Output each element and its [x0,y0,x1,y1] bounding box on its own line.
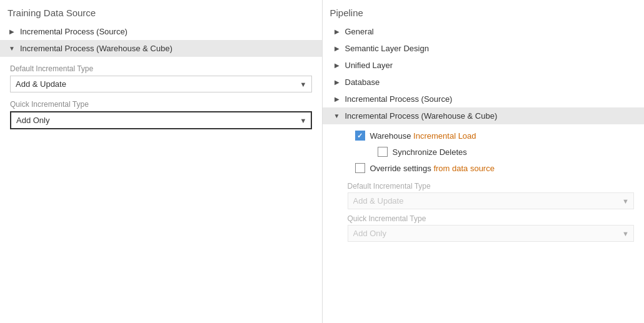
checkbox-item-sync-deletes[interactable]: Synchronize Deletes [368,144,645,159]
arrow-incremental-warehouse [8,44,16,53]
tree-item-label-incremental-warehouse: Incremental Process (Warehouse & Cube) [20,44,173,53]
default-type-select[interactable]: Add & Update Add Only Update Only None [10,76,312,92]
orange-incremental-load: Incremental Load [413,131,476,141]
pipeline-default-type-wrapper: Add & Update Add Only ▼ [348,192,635,209]
pipeline-label-unified-layer: Unified Layer [345,61,393,70]
default-type-wrapper: Add & Update Add Only Update Only None ▼ [10,76,312,92]
pipeline-form-section: Default Incremental Type Add & Update Ad… [323,176,645,249]
orange-from-data-source: from data source [433,164,495,173]
pipeline-label-general: General [345,27,374,36]
default-type-label: Default Incremental Type [10,64,312,73]
quick-type-label: Quick Incremental Type [10,100,312,109]
pipeline-quick-type-select[interactable]: Add Only Add & Update [348,225,635,242]
checkbox-item-override[interactable]: Override settings from data source [345,161,645,176]
checkbox-sync-deletes[interactable] [378,147,388,157]
left-panel: Training Data Source Incremental Process… [0,0,323,323]
pipeline-item-database[interactable]: Database [323,74,645,91]
checkbox-label-override: Override settings from data source [370,164,495,173]
left-form-section: Default Incremental Type Add & Update Ad… [0,57,322,144]
quick-type-select[interactable]: Add Only Add & Update Update Only None [10,111,312,129]
pipeline-item-inc-source[interactable]: Incremental Process (Source) [323,91,645,107]
pipeline-item-inc-warehouse[interactable]: Incremental Process (Warehouse & Cube) [323,107,645,124]
arrow-unified-layer [333,61,341,70]
pipeline-label-inc-warehouse: Incremental Process (Warehouse & Cube) [345,111,498,121]
right-panel-title: Pipeline [323,5,645,23]
pipeline-item-semantic-layer[interactable]: Semantic Layer Design [323,40,645,57]
pipeline-quick-type-wrapper: Add Only Add & Update ▼ [348,225,635,242]
arrow-inc-source [333,95,341,104]
pipeline-label-database: Database [345,77,380,87]
arrow-inc-warehouse [333,112,341,121]
pipeline-label-inc-source: Incremental Process (Source) [345,94,453,104]
checkbox-label-sync-deletes: Synchronize Deletes [393,147,467,157]
pipeline-item-general[interactable]: General [323,23,645,40]
quick-type-wrapper: Add Only Add & Update Update Only None ▼ [10,111,312,129]
arrow-incremental-source [8,27,16,36]
pipeline-quick-type-label: Quick Incremental Type [348,214,635,223]
checkbox-label-warehouse-load: Warehouse Incremental Load [370,131,476,141]
checkbox-override[interactable] [355,163,365,173]
pipeline-default-type-label: Default Incremental Type [348,182,635,191]
arrow-general [333,27,341,36]
arrow-semantic-layer [333,44,341,53]
pipeline-item-unified-layer[interactable]: Unified Layer [323,57,645,74]
checkbox-warehouse-load[interactable] [355,131,365,141]
pipeline-default-type-select[interactable]: Add & Update Add Only [348,192,635,209]
tree-item-incremental-source[interactable]: Incremental Process (Source) [0,23,322,40]
checkbox-item-warehouse-load[interactable]: Warehouse Incremental Load [345,128,645,143]
pipeline-label-semantic-layer: Semantic Layer Design [345,44,429,53]
tree-item-label-incremental-source: Incremental Process (Source) [20,27,128,36]
arrow-database [333,78,341,87]
left-panel-title: Training Data Source [0,5,322,23]
right-panel: Pipeline General Semantic Layer Design U… [323,0,645,323]
tree-item-incremental-warehouse[interactable]: Incremental Process (Warehouse & Cube) [0,40,322,57]
